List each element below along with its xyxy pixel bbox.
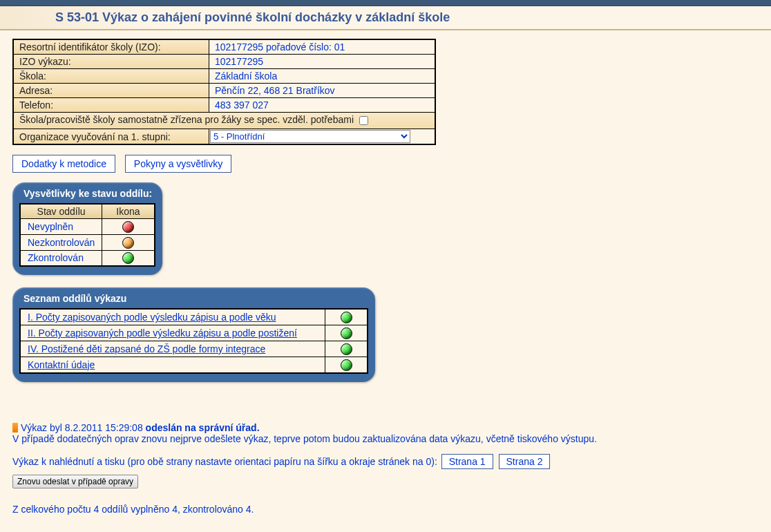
section-link[interactable]: I. Počty zapisovaných podle výsledku záp…	[28, 312, 276, 323]
school-value: Základní škola	[209, 69, 436, 84]
legend-title: Vysvětlivky ke stavu oddílu:	[19, 187, 155, 203]
legend-icon-cell	[102, 250, 155, 266]
izo-label: Resortní identifikátor školy (IZO):	[13, 39, 209, 55]
sections-table: I. Počty zapisovaných podle výsledku záp…	[19, 308, 368, 373]
section-row: IV. Postižené děti zapsané do ZŠ podle f…	[20, 341, 325, 357]
section-status-cell	[325, 325, 368, 341]
top-bar	[0, 0, 771, 6]
school-label: Škola:	[13, 69, 209, 84]
phone-label: Telefon:	[13, 98, 209, 113]
section-link[interactable]: II. Počty zapisovaných podle výsledku zá…	[28, 327, 297, 339]
org-label: Organizace vyučování na 1. stupni:	[13, 129, 209, 145]
address-label: Adresa:	[13, 84, 209, 98]
phone-value: 483 397 027	[209, 98, 436, 113]
status-dot-green-icon	[122, 252, 134, 264]
spec-checkbox[interactable]	[359, 116, 368, 125]
izo2-value: 102177295	[209, 55, 436, 69]
dodatky-button[interactable]: Dodatky k metodice	[12, 155, 115, 173]
legend-icon-cell	[102, 234, 155, 250]
page-title: S 53-01 Výkaz o zahájení povinné školní …	[0, 6, 771, 30]
spec-label: Škola/pracoviště školy samostatně zřízen…	[19, 114, 354, 125]
izo2-label: IZO výkazu:	[13, 55, 209, 69]
school-info-table: Resortní identifikátor školy (IZO): 1021…	[12, 39, 436, 145]
resend-button[interactable]: Znovu odeslat v případě opravy	[12, 475, 138, 488]
izo-value: 102177295 pořadové číslo: 01	[209, 39, 436, 55]
status-dot-green-icon	[341, 327, 352, 339]
status-line1-bold: odeslán na správní úřad.	[146, 422, 260, 433]
status-line1-prefix: Výkaz byl 8.2.2011 15:29:08	[21, 422, 146, 433]
legend-col-icon: Ikona	[102, 204, 155, 219]
section-status-cell	[325, 341, 368, 357]
status-dot-green-icon	[341, 343, 352, 355]
section-status-cell	[325, 309, 368, 325]
legend-icon-cell	[102, 219, 155, 235]
legend-table: Stav oddílu Ikona NevyplněnNezkontrolová…	[19, 203, 155, 267]
legend-state-label: Nevyplněn	[20, 219, 102, 235]
section-link[interactable]: Kontaktní údaje	[28, 359, 95, 370]
preview-label: Výkaz k nahlédnutí a tisku (pro obě stra…	[12, 456, 440, 467]
org-select[interactable]: 5 - Plnotřídní	[210, 130, 410, 143]
sections-panel: Seznam oddílů výkazu I. Počty zapisovaný…	[12, 287, 375, 381]
legend-col-state: Stav oddílu	[20, 204, 102, 219]
status-block: Výkaz byl 8.2.2011 15:29:08 odeslán na s…	[12, 422, 759, 444]
section-row: Kontaktní údaje	[20, 357, 325, 372]
status-dot-orange-icon	[122, 237, 134, 249]
legend-state-label: Nezkontrolován	[20, 234, 102, 250]
status-dot-red-icon	[122, 221, 134, 233]
status-line2: V případě dodatečných oprav znovu nejprv…	[12, 433, 759, 444]
status-marker-icon	[12, 423, 18, 433]
strana1-button[interactable]: Strana 1	[441, 454, 493, 469]
status-dot-green-icon	[341, 359, 352, 371]
section-row: II. Počty zapisovaných podle výsledku zá…	[20, 325, 325, 341]
status-dot-green-icon	[341, 312, 352, 323]
legend-state-label: Zkontrolován	[20, 250, 102, 266]
section-link[interactable]: IV. Postižené děti zapsané do ZŠ podle f…	[28, 343, 265, 354]
legend-panel: Vysvětlivky ke stavu oddílu: Stav oddílu…	[12, 182, 162, 275]
spec-row: Škola/pracoviště školy samostatně zřízen…	[13, 113, 435, 129]
section-row: I. Počty zapisovaných podle výsledku záp…	[20, 309, 325, 325]
section-status-cell	[325, 357, 368, 372]
address-value: Pěnčín 22, 468 21 Bratříkov	[209, 84, 436, 98]
strana2-button[interactable]: Strana 2	[499, 454, 551, 469]
summary-text: Z celkového počtu 4 oddílů vyplněno 4, z…	[12, 504, 759, 515]
pokyny-button[interactable]: Pokyny a vysvětlivky	[125, 155, 231, 173]
sections-title: Seznam oddílů výkazu	[19, 292, 368, 308]
